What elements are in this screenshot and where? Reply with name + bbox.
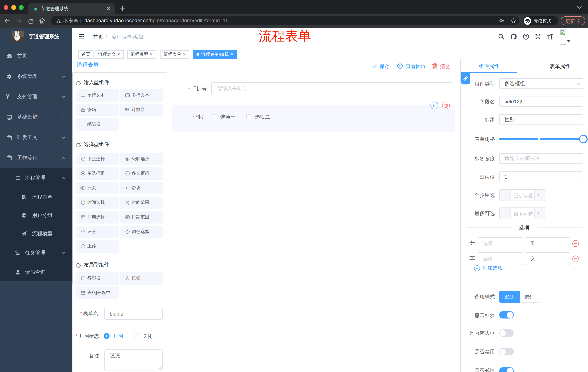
svg-text:123: 123 — [125, 108, 129, 111]
